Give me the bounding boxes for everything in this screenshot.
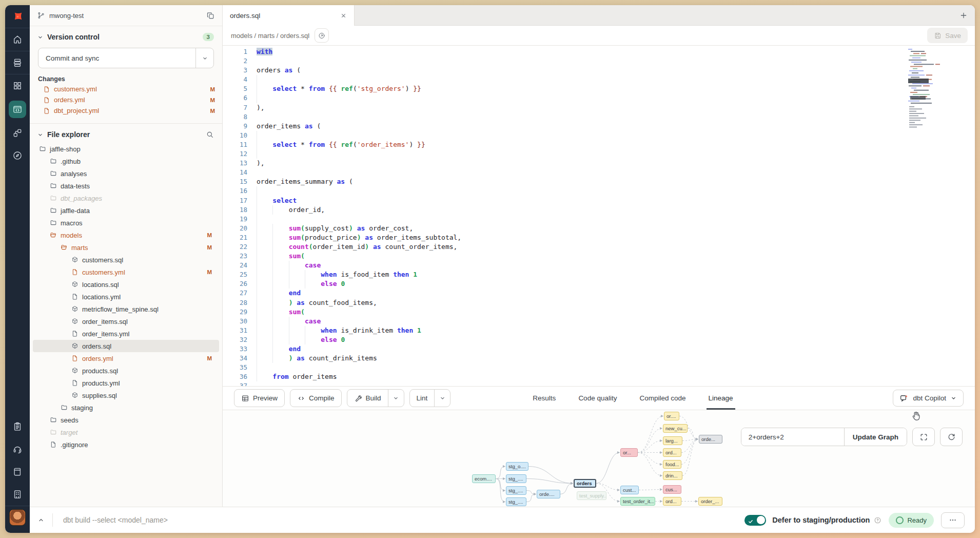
nav-item-compass[interactable] bbox=[5, 144, 30, 167]
lineage-node-y7[interactable]: order_... bbox=[698, 497, 722, 506]
file-tree-item-orders.sql[interactable]: orders.sql bbox=[33, 340, 219, 352]
file-tree-item-products.sql[interactable]: products.sql bbox=[33, 364, 219, 377]
lineage-selector-input[interactable] bbox=[741, 428, 844, 446]
nav-item-avatar[interactable] bbox=[5, 506, 30, 529]
lineage-node-gray[interactable]: orde... bbox=[699, 435, 722, 444]
hand-cursor-icon bbox=[910, 410, 922, 424]
changed-file[interactable]: orders.ymlM bbox=[30, 94, 222, 105]
file-tree-item-marts[interactable]: martsM bbox=[33, 241, 219, 254]
search-icon[interactable] bbox=[206, 130, 214, 139]
lineage-node-y1[interactable]: new_cu... bbox=[663, 424, 688, 433]
file-tree-item-analyses[interactable]: analyses bbox=[33, 167, 219, 180]
lineage-compass-icon[interactable] bbox=[315, 28, 329, 43]
file-tree-item-orders.yml[interactable]: orders.ymlM bbox=[33, 352, 219, 364]
nav-item-code-ide[interactable] bbox=[5, 97, 30, 122]
tab-orders-sql[interactable]: orders.sql bbox=[223, 5, 355, 26]
lineage-node-y5[interactable]: drin... bbox=[663, 471, 682, 480]
nav-item-book[interactable] bbox=[5, 460, 30, 483]
refresh-icon[interactable] bbox=[940, 428, 963, 446]
commit-options-chevron[interactable] bbox=[195, 48, 213, 68]
file-tree-item-order-items.yml[interactable]: order_items.yml bbox=[33, 328, 219, 340]
wrench-icon bbox=[354, 394, 362, 402]
lineage-node-torder[interactable]: test_order_it... bbox=[620, 497, 655, 506]
copy-icon[interactable] bbox=[206, 11, 215, 20]
commit-and-sync-button[interactable]: Commit and sync bbox=[38, 48, 214, 68]
lineage-node-y2[interactable]: larg... bbox=[663, 436, 682, 445]
changed-file[interactable]: dbt_project.ymlM bbox=[30, 105, 222, 116]
lineage-node-ecom[interactable]: ecom.... bbox=[472, 474, 496, 483]
file-explorer-header[interactable]: File explorer bbox=[30, 124, 222, 141]
file-tree-item-target[interactable]: target bbox=[33, 426, 219, 438]
lineage-node-cuspink[interactable]: cus... bbox=[663, 485, 681, 494]
close-icon[interactable] bbox=[340, 12, 347, 19]
file-tree-item-seeds[interactable]: seeds bbox=[33, 414, 219, 426]
info-icon[interactable] bbox=[874, 516, 881, 524]
build-button[interactable]: Build bbox=[347, 389, 404, 407]
dbt-copilot-button[interactable]: dbt Copilot bbox=[893, 390, 964, 407]
nav-item-grid[interactable] bbox=[5, 74, 30, 97]
nav-item-home[interactable] bbox=[5, 28, 30, 51]
defer-toggle[interactable] bbox=[744, 515, 766, 526]
file-tree-item-customers.yml[interactable]: customers.ymlM bbox=[33, 266, 219, 278]
lineage-node-orders[interactable]: orders bbox=[574, 479, 596, 488]
panel-tab-results[interactable]: Results bbox=[533, 387, 556, 410]
lineage-node-stg1[interactable]: stg_.... bbox=[506, 474, 526, 483]
lineage-node-orpink[interactable]: or... bbox=[620, 448, 638, 457]
lineage-node-orde1[interactable]: orde.... bbox=[537, 490, 560, 498]
changed-file[interactable]: customers.ymlM bbox=[30, 84, 222, 94]
avatar[interactable] bbox=[9, 509, 26, 526]
minimap[interactable] bbox=[908, 49, 940, 136]
file-tree-item-locations.sql[interactable]: locations.sql bbox=[33, 278, 219, 291]
line-number: 4 bbox=[223, 75, 257, 84]
lineage-node-stg3[interactable]: stg_.... bbox=[506, 497, 526, 506]
chevron-down-icon[interactable] bbox=[388, 390, 404, 407]
file-tree-item-products.yml[interactable]: products.yml bbox=[33, 377, 219, 389]
folder-icon bbox=[50, 195, 57, 202]
lineage-node-y0[interactable]: or.... bbox=[664, 412, 679, 420]
panel-tab-lineage[interactable]: Lineage bbox=[709, 387, 733, 410]
version-control-header[interactable]: Version control 3 bbox=[30, 26, 222, 43]
command-input[interactable] bbox=[62, 515, 744, 525]
lineage-node-y4[interactable]: food... bbox=[663, 460, 681, 469]
lineage-node-y3[interactable]: ord... bbox=[663, 448, 681, 457]
file-tree-item-models[interactable]: modelsM bbox=[33, 229, 219, 241]
preview-button[interactable]: Preview bbox=[234, 389, 285, 407]
file-tree-item-staging[interactable]: staging bbox=[33, 401, 219, 414]
chevron-down-icon[interactable] bbox=[434, 390, 450, 407]
file-tree-item-macros[interactable]: macros bbox=[33, 217, 219, 229]
file-tree-item-data-tests[interactable]: data-tests bbox=[33, 180, 219, 192]
file-tree-item-supplies.sql[interactable]: supplies.sql bbox=[33, 389, 219, 401]
lineage-canvas[interactable]: ecom....stg_o....stg_....stg_....stg_...… bbox=[223, 410, 975, 507]
file-tree-item-jaffle-shop[interactable]: jaffle-shop bbox=[33, 143, 219, 155]
nav-item-headset[interactable] bbox=[5, 438, 30, 460]
file-tree-item-locations.yml[interactable]: locations.yml bbox=[33, 291, 219, 303]
fullscreen-icon[interactable] bbox=[912, 428, 935, 446]
lineage-node-tsup[interactable]: test_supply... bbox=[577, 491, 606, 500]
lineage-node-stg2[interactable]: stg_.... bbox=[506, 486, 526, 495]
lineage-node-y6[interactable]: ord... bbox=[663, 497, 681, 506]
new-tab-button[interactable] bbox=[952, 5, 975, 26]
lint-button[interactable]: Lint bbox=[409, 389, 451, 407]
nav-item-dbt-logo[interactable] bbox=[5, 5, 30, 28]
more-options-button[interactable] bbox=[941, 512, 965, 528]
panel-tab-code-quality[interactable]: Code quality bbox=[578, 387, 617, 410]
file-tree-item-metricflow-time-spine.sql[interactable]: metricflow_time_spine.sql bbox=[33, 303, 219, 315]
collapse-command-bar-button[interactable] bbox=[30, 507, 52, 533]
file-tree-item-jaffle-data[interactable]: jaffle-data bbox=[33, 204, 219, 217]
file-tree-item-.github[interactable]: .github bbox=[33, 155, 219, 167]
file-tree-item-order-items.sql[interactable]: order_items.sql bbox=[33, 315, 219, 328]
lineage-node-stg0[interactable]: stg_o.... bbox=[506, 462, 528, 471]
code-editor[interactable]: 1with23orders as (4 5 select * from {{ r… bbox=[223, 46, 975, 386]
lineage-node-cust[interactable]: cust... bbox=[620, 486, 639, 494]
compile-button[interactable]: Compile bbox=[290, 389, 342, 407]
update-graph-button[interactable]: Update Graph bbox=[844, 428, 907, 446]
nav-item-share[interactable] bbox=[5, 122, 30, 144]
file-tree-item-customers.sql[interactable]: customers.sql bbox=[33, 254, 219, 266]
nav-item-stack[interactable] bbox=[5, 51, 30, 74]
file-tree-item-dbt-packages[interactable]: dbt_packages bbox=[33, 192, 219, 204]
nav-item-clipboard[interactable] bbox=[5, 415, 30, 438]
file-tree-item-.gitignore[interactable]: .gitignore bbox=[33, 438, 219, 451]
nav-item-building[interactable] bbox=[5, 483, 30, 506]
panel-tab-compiled-code[interactable]: Compiled code bbox=[639, 387, 685, 410]
save-button[interactable]: Save bbox=[927, 28, 968, 43]
